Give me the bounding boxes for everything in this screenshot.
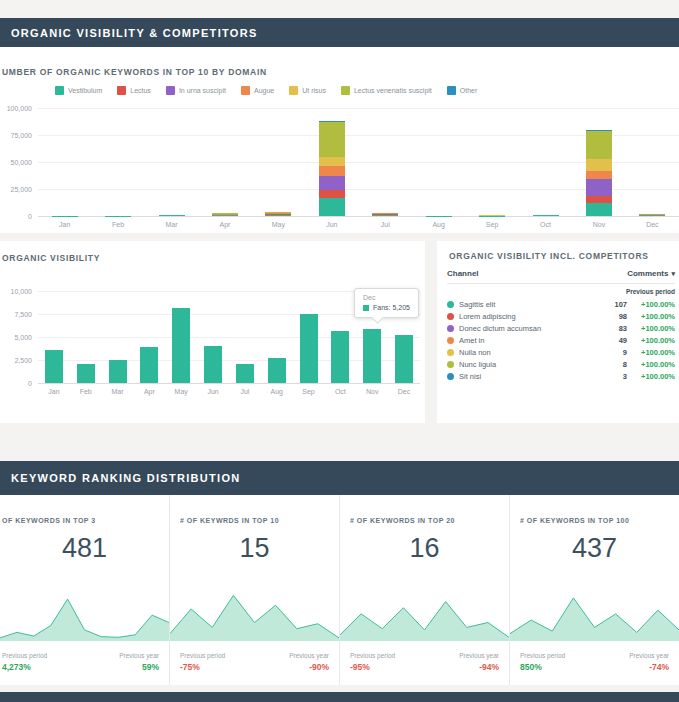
channel-name: Nunc ligula bbox=[459, 360, 599, 369]
x-axis-label: Mar bbox=[102, 388, 134, 395]
bar-may[interactable] bbox=[252, 108, 305, 216]
bar-jan[interactable] bbox=[38, 291, 70, 383]
bar-aug[interactable] bbox=[412, 108, 465, 216]
legend-item-augue[interactable]: Augue bbox=[241, 86, 274, 95]
kpi-sparkline bbox=[340, 575, 509, 641]
kpi-footer: Previous period850%Previous year-74% bbox=[510, 647, 679, 685]
bar-stack bbox=[159, 108, 185, 216]
bar-jun[interactable] bbox=[305, 108, 358, 216]
bar-may[interactable] bbox=[165, 291, 197, 383]
table-row: Sit nisi3+100.00% bbox=[447, 370, 675, 382]
bar bbox=[140, 347, 158, 383]
bar-oct[interactable] bbox=[324, 291, 356, 383]
legend-swatch bbox=[289, 86, 298, 95]
comments-count: 9 bbox=[599, 348, 627, 357]
y-axis-label: 5,000 bbox=[14, 334, 32, 341]
kpi-title: # OF KEYWORDS IN TOP 20 bbox=[350, 517, 509, 524]
legend-item-in-urna-suscipit[interactable]: In urna suscipit bbox=[166, 86, 226, 95]
series-swatch bbox=[363, 305, 369, 311]
x-axis: JanFebMarAprMayJunJulAugSepOctNovDec bbox=[38, 221, 679, 228]
legend-item-vestibulum[interactable]: Vestibulum bbox=[55, 86, 102, 95]
legend-item-lectus-venenatis-suscipit[interactable]: Lectus venenatis suscipit bbox=[341, 86, 432, 95]
bar-jan[interactable] bbox=[38, 108, 91, 216]
previous-period-value: +100.00% bbox=[627, 372, 675, 381]
channel-name: Amet in bbox=[459, 336, 599, 345]
bar-feb[interactable] bbox=[70, 291, 102, 383]
bar-segment-vestibulum bbox=[533, 215, 559, 216]
legend-swatch bbox=[55, 86, 64, 95]
kpi-cards-row: OF KEYWORDS IN TOP 3481Previous period4,… bbox=[0, 495, 679, 685]
bar-segment-lectus-venenatis-suscipit bbox=[586, 131, 612, 159]
comments-count: 8 bbox=[599, 360, 627, 369]
bar-mar[interactable] bbox=[145, 108, 198, 216]
bar-segment-vestibulum bbox=[212, 215, 238, 216]
comments-count: 49 bbox=[599, 336, 627, 345]
table-header: Channel Comments ▾ bbox=[447, 269, 675, 284]
previous-year: Previous year-74% bbox=[629, 652, 669, 672]
y-axis-label: 50,000 bbox=[11, 159, 32, 166]
chevron-down-icon[interactable]: ▾ bbox=[671, 270, 675, 278]
tooltip-category: Dec bbox=[363, 294, 410, 301]
bar bbox=[77, 364, 95, 383]
bar-jun[interactable] bbox=[197, 291, 229, 383]
kpi-card-of-keywords-in-top-3: OF KEYWORDS IN TOP 3481Previous period4,… bbox=[0, 495, 169, 685]
bar-dec[interactable] bbox=[626, 108, 679, 216]
bar bbox=[363, 329, 381, 383]
kpi-card-of-keywords-in-top-20: # OF KEYWORDS IN TOP 2016Previous period… bbox=[339, 495, 509, 685]
x-axis-label: Jun bbox=[197, 388, 229, 395]
y-axis-label: 25,000 bbox=[11, 186, 32, 193]
previous-year-value: -74% bbox=[629, 662, 669, 672]
y-axis-label: 2,500 bbox=[14, 357, 32, 364]
row-visibility: ORGANIC VISIBILITY 10,0007,5005,0002,500… bbox=[0, 241, 679, 423]
bar-apr[interactable] bbox=[198, 108, 251, 216]
bar-jul[interactable] bbox=[359, 108, 412, 216]
bar-feb[interactable] bbox=[91, 108, 144, 216]
previous-period-value: -95% bbox=[350, 662, 395, 672]
bar-apr[interactable] bbox=[133, 291, 165, 383]
column-header-comments[interactable]: Comments ▾ bbox=[627, 269, 675, 278]
sparkline-area-chart bbox=[170, 575, 339, 641]
legend-label: Other bbox=[460, 87, 478, 94]
x-axis-label: Feb bbox=[91, 221, 144, 228]
column-header-channel[interactable]: Channel bbox=[447, 269, 479, 278]
legend-item-ut-risus[interactable]: Ut risus bbox=[289, 86, 326, 95]
bar-segment-vestibulum bbox=[159, 215, 185, 216]
bar-sep[interactable] bbox=[465, 108, 518, 216]
bar-jul[interactable] bbox=[229, 291, 261, 383]
comments-count: 107 bbox=[599, 300, 627, 309]
table-body: Sagittis elit107+100.00%Lorem adipiscing… bbox=[447, 298, 675, 382]
bar-aug[interactable] bbox=[261, 291, 293, 383]
bar-stack bbox=[479, 108, 505, 216]
previous-year: Previous year-94% bbox=[459, 652, 499, 672]
x-axis: JanFebMarAprMayJunJulAugSepOctNovDec bbox=[38, 388, 420, 395]
kpi-sparkline bbox=[170, 575, 339, 641]
bar-series bbox=[38, 108, 679, 216]
previous-period-value: 4,273% bbox=[2, 662, 47, 672]
bar-mar[interactable] bbox=[102, 291, 134, 383]
kpi-footer: Previous period-75%Previous year-90% bbox=[170, 647, 339, 685]
legend-label: In urna suscipit bbox=[179, 87, 226, 94]
legend-item-lectus[interactable]: Lectus bbox=[117, 86, 151, 95]
legend-label: Lectus bbox=[130, 87, 151, 94]
bar-sep[interactable] bbox=[293, 291, 325, 383]
comments-count: 83 bbox=[599, 324, 627, 333]
x-axis-label: Apr bbox=[133, 388, 165, 395]
legend-item-other[interactable]: Other bbox=[447, 86, 478, 95]
y-axis-label: 0 bbox=[28, 380, 32, 387]
x-axis-label: Apr bbox=[198, 221, 251, 228]
previous-year-label: Previous year bbox=[119, 652, 159, 659]
y-axis-label: 100,000 bbox=[7, 105, 32, 112]
bar-oct[interactable] bbox=[519, 108, 572, 216]
previous-period-value: +100.00% bbox=[627, 312, 675, 321]
channel-color-dot bbox=[447, 373, 454, 380]
tooltip-value: Fans: 5,205 bbox=[373, 304, 410, 311]
previous-period: Previous period-75% bbox=[180, 652, 225, 672]
x-axis-label: Jul bbox=[229, 388, 261, 395]
bar-segment-in-urna-suscipit bbox=[586, 179, 612, 195]
bar-segment-augue bbox=[319, 166, 345, 176]
kpi-value: 15 bbox=[170, 533, 339, 564]
x-axis-label: Sep bbox=[465, 221, 518, 228]
competitors-table: Channel Comments ▾ Previous period Sagit… bbox=[447, 269, 675, 382]
previous-year: Previous year-90% bbox=[289, 652, 329, 672]
bar-nov[interactable] bbox=[572, 108, 625, 216]
